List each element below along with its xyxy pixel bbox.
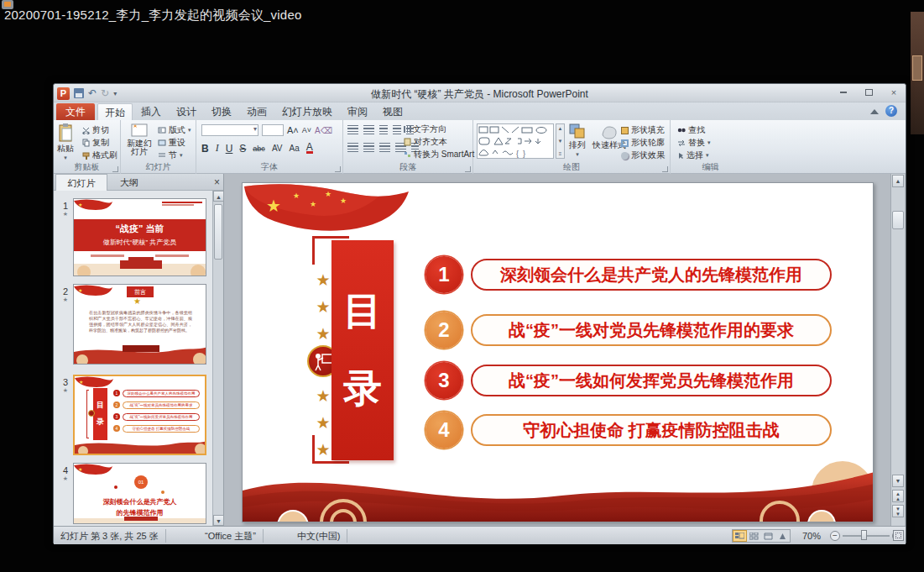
slide1-title-band: “战疫” 当前 做新时代“硬核” 共产党员 <box>74 219 206 251</box>
italic-button[interactable]: I <box>216 142 219 155</box>
slide4-thumbnail[interactable]: ★ 01 深刻领会什么是共产党人 的先锋模范作用 <box>73 463 206 524</box>
underline-button[interactable]: U <box>226 143 233 155</box>
font-size-combobox[interactable] <box>262 124 284 136</box>
maximize-button[interactable] <box>862 87 875 97</box>
titlebar[interactable]: P ↶ ↻ ▾ 做新时代 “硬核” 共产党员 - Microsoft Power… <box>54 84 906 102</box>
toc-item-1[interactable]: 1 深刻领会什么是共产党人的先锋模范作用 <box>243 256 874 293</box>
clear-formatting-icon[interactable]: A⌫ <box>315 126 332 135</box>
format-painter-button[interactable]: 格式刷 <box>82 150 117 161</box>
arrange-button[interactable]: 排列▾ <box>568 123 587 158</box>
find-button[interactable]: 查找 <box>677 124 705 136</box>
strikethrough-button[interactable]: S <box>239 143 246 155</box>
convert-smartart-button[interactable]: 转换为 SmartArt <box>404 149 474 160</box>
scroll-thumb[interactable] <box>892 211 904 229</box>
shapes-icons: { } <box>478 124 553 158</box>
font-color-button[interactable]: A <box>306 143 313 154</box>
panel-tab-slides[interactable]: 幻灯片 <box>55 174 107 191</box>
align-center-icon[interactable] <box>363 143 374 152</box>
tab-transitions[interactable]: 切换 <box>205 103 238 120</box>
tab-home[interactable]: 开始 <box>97 103 133 120</box>
font-name-combobox[interactable] <box>201 124 258 136</box>
tab-view[interactable]: 视图 <box>376 103 410 120</box>
grow-font-icon[interactable]: A˄ <box>287 125 299 135</box>
replace-button[interactable]: 替换▾ <box>677 137 711 149</box>
shape-effects-button[interactable]: 形状效果 <box>621 150 665 161</box>
text-direction-button[interactable]: 文字方向 <box>404 123 446 135</box>
shadow-button[interactable]: abc <box>253 144 265 153</box>
slide-counter[interactable]: 幻灯片 第 3 张, 共 25 张 <box>54 529 166 543</box>
increase-indent-icon[interactable] <box>393 125 401 134</box>
new-slide-button[interactable]: 新建幻灯片 <box>123 123 155 156</box>
numbering-icon[interactable] <box>363 125 374 134</box>
bullets-icon[interactable] <box>347 125 358 134</box>
scroll-down-icon[interactable]: ▼ <box>892 475 904 487</box>
copy-button[interactable]: 复制 <box>82 137 109 149</box>
tab-design[interactable]: 设计 <box>170 103 203 120</box>
previous-slide-button[interactable]: ▲▲ <box>892 490 904 502</box>
help-icon[interactable]: ? <box>885 105 897 117</box>
change-case-button[interactable]: Aa <box>289 144 299 153</box>
zoom-level[interactable]: 70% <box>796 529 827 543</box>
tab-animations[interactable]: 动画 <box>240 103 274 120</box>
shape-fill-button[interactable]: 形状填充 <box>621 124 665 136</box>
tab-file[interactable]: 文件 <box>56 103 95 120</box>
slide2-thumbnail[interactable]: ★ 前言 ★ 在抗击新型冠状病毒感染的肺炎疫情斗争中，各级党组织和广大党员干部不… <box>73 284 206 365</box>
main-scrollbar[interactable]: ▲ ▼ ▲▲ ▼▼ <box>890 174 905 526</box>
toc-item-2[interactable]: 2 战“疫”一线对党员先锋模范作用的要求 <box>243 312 874 349</box>
fit-to-window-button[interactable] <box>893 530 904 541</box>
minimize-ribbon-icon[interactable] <box>870 109 879 114</box>
align-left-icon[interactable] <box>347 143 358 152</box>
current-slide[interactable]: ★ ★ ★ ★ ★ ★ ★ ★ ★ ★ <box>242 182 874 522</box>
reading-view-button[interactable] <box>761 530 775 542</box>
tab-slideshow[interactable]: 幻灯片放映 <box>275 103 339 120</box>
panel-scrollbar[interactable]: ▲ ▼ <box>212 191 223 526</box>
paragraph-dialog-launcher[interactable] <box>465 166 471 172</box>
paste-button[interactable]: 粘贴 ▾ <box>57 123 74 161</box>
minimize-button[interactable] <box>837 87 850 97</box>
webcam-video-strip[interactable] <box>911 12 924 134</box>
tab-review[interactable]: 审阅 <box>341 103 374 120</box>
slide3-thumbnail[interactable]: ★ 目录 1 深刻领会什么是共产党人的先锋模范作用 2 战“疫”一线对党员先锋模… <box>73 375 206 455</box>
bold-button[interactable]: B <box>201 143 209 155</box>
select-button[interactable]: 选择▾ <box>677 150 709 161</box>
panel-scroll-thumb[interactable] <box>214 204 222 260</box>
panel-tab-outline[interactable]: 大纲 <box>109 174 149 191</box>
panel-close-icon[interactable]: × <box>214 176 220 188</box>
align-right-icon[interactable] <box>379 143 390 152</box>
language-indicator[interactable]: 中文(中国) <box>290 529 347 543</box>
slide1-thumbnail[interactable]: ★ “战疫” 当前 做新时代“硬核” 共产党员 <box>73 198 206 276</box>
tab-insert[interactable]: 插入 <box>134 103 168 120</box>
theme-name[interactable]: “Office 主题” <box>198 529 264 543</box>
group-label-clipboard: 剪贴板 <box>54 161 120 173</box>
shape-outline-button[interactable]: 形状轮廓 <box>621 137 665 149</box>
shrink-font-icon[interactable]: A˅ <box>302 126 311 134</box>
reset-button[interactable]: 重设 <box>158 137 185 149</box>
toc-item-4[interactable]: 4 守初心担使命 打赢疫情防控阻击战 <box>243 412 874 449</box>
next-slide-button[interactable]: ▼▼ <box>892 505 904 517</box>
slideshow-view-button[interactable] <box>775 530 790 542</box>
zoom-out-button[interactable]: − <box>830 531 840 541</box>
svg-text:★: ★ <box>293 192 300 200</box>
toc-item-3[interactable]: 3 战“疫”一线如何发挥党员先锋模范作用 <box>243 362 874 399</box>
drawing-dialog-launcher[interactable] <box>662 166 668 172</box>
slide-sorter-view-button[interactable] <box>747 530 761 542</box>
format-painter-icon <box>82 152 90 160</box>
shapes-gallery-scroll[interactable]: ▲▼≡ <box>556 123 565 159</box>
decrease-indent-icon[interactable] <box>379 125 388 134</box>
panel-scroll-up-icon[interactable]: ▲ <box>213 191 224 202</box>
font-dialog-launcher[interactable] <box>335 166 341 172</box>
layout-button[interactable]: 版式▾ <box>158 124 191 136</box>
align-text-button[interactable]: 对齐文本 <box>404 136 447 148</box>
normal-view-button[interactable] <box>733 530 747 542</box>
shape-fill-icon <box>621 127 629 134</box>
section-button[interactable]: 节▾ <box>158 150 183 161</box>
close-button[interactable]: × <box>887 87 901 97</box>
zoom-slider-thumb[interactable] <box>861 530 867 540</box>
clipboard-dialog-launcher[interactable] <box>112 166 118 172</box>
panel-scroll-down-icon[interactable]: ▼ <box>213 515 224 526</box>
scroll-up-icon[interactable]: ▲ <box>892 175 904 187</box>
shapes-gallery[interactable]: { } <box>477 123 554 159</box>
char-spacing-button[interactable]: AV <box>272 144 283 153</box>
cut-button[interactable]: 剪切 <box>82 124 109 136</box>
toc-item-number: 3 <box>425 362 462 399</box>
